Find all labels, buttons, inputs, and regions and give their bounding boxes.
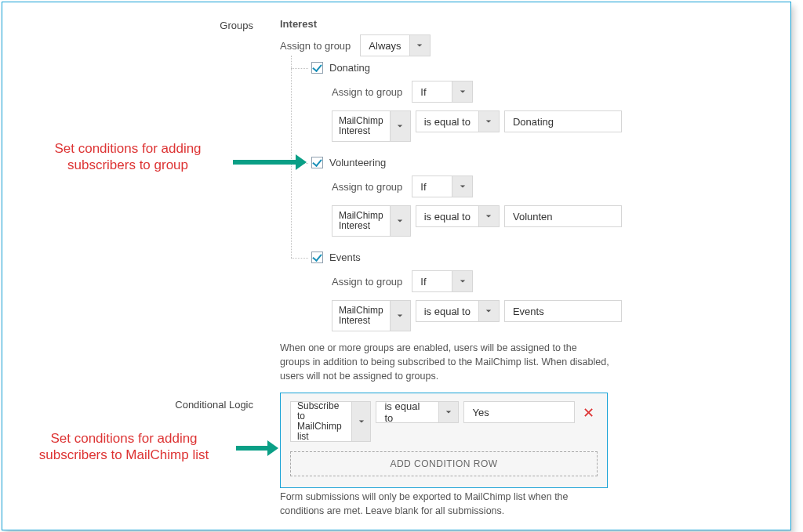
cond-value-input[interactable]: Yes <box>463 401 575 423</box>
caret-icon[interactable] <box>390 301 410 331</box>
groups-section-label: Groups <box>167 20 253 31</box>
events-field-select[interactable]: MailChimp Interest <box>332 300 411 331</box>
volunteering-assign-select[interactable]: If <box>412 176 473 197</box>
events-field-value: MailChimp Interest <box>332 301 390 331</box>
annotation-list: Set conditions for adding subscribers to… <box>14 430 234 464</box>
annotation-list-arrow <box>236 446 267 451</box>
tree-line-h3 <box>291 258 308 259</box>
donating-label: Donating <box>329 62 370 74</box>
tree-line-h1 <box>291 68 308 69</box>
donating-field-value: MailChimp Interest <box>332 111 390 141</box>
donating-checkbox[interactable] <box>311 62 323 74</box>
caret-icon[interactable] <box>478 301 499 321</box>
donating-value-input[interactable]: Donating <box>504 110 622 132</box>
donating-field-select[interactable]: MailChimp Interest <box>332 110 411 142</box>
volunteering-label: Volunteering <box>329 157 386 168</box>
caret-icon[interactable] <box>351 402 370 441</box>
assign-to-group-label-top: Assign to group <box>280 40 351 52</box>
caret-icon[interactable] <box>478 206 499 226</box>
donating-op-value: is equal to <box>416 111 478 132</box>
volunteering-op-value: is equal to <box>416 206 478 226</box>
donating-assign-select[interactable]: If <box>412 81 473 103</box>
volunteering-assign-label: Assign to group <box>332 181 402 193</box>
caret-icon[interactable] <box>452 271 472 291</box>
caret-icon[interactable] <box>452 81 472 102</box>
volunteering-assign-value: If <box>412 176 452 197</box>
cond-field-value: Subscribe to MailChimp list <box>291 402 351 441</box>
caret-icon[interactable] <box>390 206 410 236</box>
tree-line-v <box>291 56 292 258</box>
conditional-logic-section-label: Conditional Logic <box>159 399 253 411</box>
donating-assign-label: Assign to group <box>332 86 402 98</box>
remove-condition-icon[interactable]: ✕ <box>580 401 598 422</box>
volunteering-field-value: MailChimp Interest <box>332 206 390 236</box>
caret-icon[interactable] <box>452 176 472 197</box>
volunteering-value-input[interactable]: Volunten <box>504 205 622 227</box>
cond-op-select[interactable]: is equal to <box>376 401 459 423</box>
assign-top-value: Always <box>361 35 409 56</box>
events-op-value: is equal to <box>416 301 478 321</box>
events-op-select[interactable]: is equal to <box>416 300 500 322</box>
volunteering-checkbox[interactable] <box>311 157 323 168</box>
assign-top-caret[interactable] <box>409 35 430 56</box>
events-checkbox[interactable] <box>311 252 323 263</box>
donating-op-select[interactable]: is equal to <box>416 110 500 132</box>
groups-description: When one or more groups are enabled, use… <box>280 341 609 383</box>
add-condition-row-button[interactable]: ADD CONDITION ROW <box>290 451 598 476</box>
volunteering-op-select[interactable]: is equal to <box>416 205 500 227</box>
conditional-logic-description: Form submissions will only be exported t… <box>280 490 609 518</box>
events-assign-label: Assign to group <box>332 276 402 288</box>
assign-top-select[interactable]: Always <box>360 34 430 56</box>
events-value-input[interactable]: Events <box>504 300 622 322</box>
caret-icon[interactable] <box>438 402 459 422</box>
caret-icon[interactable] <box>478 111 499 132</box>
events-label: Events <box>329 252 361 263</box>
interest-heading: Interest <box>280 18 317 30</box>
donating-assign-value: If <box>412 81 452 102</box>
conditional-logic-panel: Subscribe to MailChimp list is equal to … <box>280 393 608 488</box>
cond-field-select[interactable]: Subscribe to MailChimp list <box>290 401 371 442</box>
events-assign-select[interactable]: If <box>412 270 473 292</box>
cond-op-value: is equal to <box>376 402 438 422</box>
caret-icon[interactable] <box>390 111 410 141</box>
annotation-group: Set conditions for adding subscribers to… <box>26 140 230 174</box>
annotation-group-arrow <box>233 160 296 165</box>
volunteering-field-select[interactable]: MailChimp Interest <box>332 205 411 237</box>
events-assign-value: If <box>412 271 452 291</box>
